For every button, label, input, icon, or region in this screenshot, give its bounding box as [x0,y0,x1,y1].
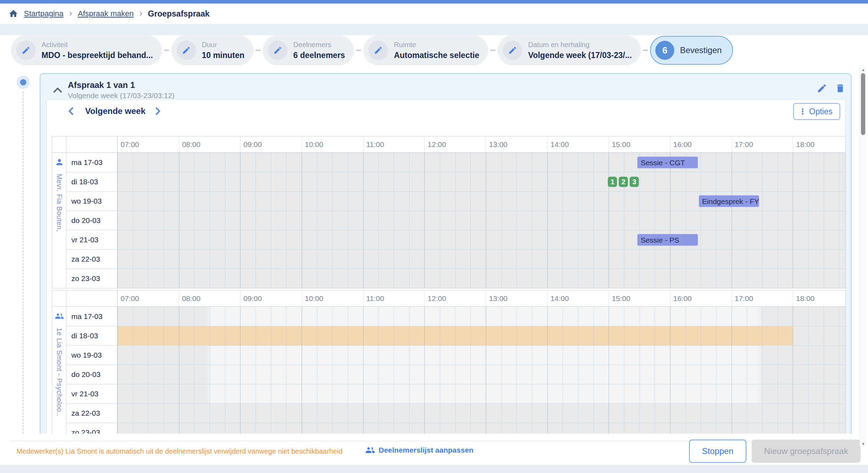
grid-day-row: za 22-03 [66,403,846,423]
stepper-step-text: Datum en herhalingVolgende week (17/03-2… [528,41,632,60]
day-time-track[interactable] [117,211,846,230]
next-week-chevron-icon[interactable] [152,106,163,116]
day-time-track[interactable] [117,307,846,326]
stop-button[interactable]: Stoppen [689,440,746,463]
day-time-track[interactable] [117,250,846,269]
stepper-step-deelnemers[interactable]: Deelnemers6 deelnemers [263,35,354,65]
day-time-track[interactable] [117,365,846,384]
hour-label: 17:00 [735,294,753,303]
grid-rows: ma 17-03di 18-03wo 19-03do 20-03vr 21-03… [66,307,846,434]
grid-day-row: zo 23-03 [66,423,846,434]
grid-body: 1e Lia Smont - Psycholoo..ma 17-03di 18-… [52,307,846,434]
grid-day-row: wo 19-03Eindgesprek - FYS [66,191,846,211]
stepper-step-text: ActiviteitMDO - bespreektijd behand... [41,41,153,60]
stepper-step-activiteit[interactable]: ActiviteitMDO - bespreektijd behand... [11,35,162,65]
calendar-event[interactable]: Sessie - PS [637,234,697,246]
collapse-chevron-icon[interactable] [52,84,64,96]
hour-label: 07:00 [121,294,139,303]
grid-day-row: do 20-03 [66,211,846,230]
day-time-track[interactable] [117,269,846,288]
appointment-panel: Afspraak 1 van 1 Volgende week (17/03-23… [40,73,851,434]
grid-header-icon-cell [52,290,66,306]
pencil-icon [268,40,288,60]
appointment-title: Afspraak 1 van 1 [68,80,135,90]
delete-appointment-icon[interactable] [835,83,846,94]
grid-header-day-cell [66,136,117,152]
stepper-step-duur[interactable]: Duur10 minuten [171,35,253,65]
day-time-track[interactable]: Sessie - PS [117,230,846,249]
appointment-scroll-viewport: Afspraak 1 van 1 Volgende week (17/03-23… [37,70,856,434]
options-button[interactable]: Opties [793,103,840,120]
home-icon[interactable] [8,9,18,19]
schedule-grid-employee: 07:0008:0009:0010:0011:0012:0013:0014:00… [52,290,846,434]
scroll-down-arrow[interactable]: ▼ [860,441,867,447]
day-label: zo 23-03 [66,269,117,288]
stepper-step-label: Deelnemers [293,41,345,49]
day-label: wo 19-03 [66,346,117,365]
scrollbar-thumb[interactable] [861,73,865,135]
pencil-icon [176,40,196,60]
grid-owner-column: 1e Lia Smont - Psycholoo.. [52,307,66,434]
hour-label: 17:00 [735,140,753,149]
hour-label: 08:00 [182,294,201,303]
proposed-slot-badge[interactable]: 1 [608,177,617,187]
breadcrumb: Startpagina›Afspraak maken›Groepsafspraa… [0,4,868,24]
day-time-track[interactable]: 123 [117,172,846,191]
grid-day-row: ma 17-03Sessie - CGT [66,153,846,172]
stepper-connector [164,50,169,51]
appointment-subtitle: Volgende week (17/03-23/03:12) [68,91,175,100]
group-icon [55,312,64,322]
edit-participants-link[interactable]: Deelnemerslijst aanpassen [365,445,474,455]
hour-label: 15:00 [612,294,630,303]
pencil-icon [16,40,36,60]
day-time-track[interactable] [117,346,846,365]
grid-owner-label: Mevr. Fia Bouten, [55,174,63,232]
vertical-scrollbar: ▲ ▼ [860,67,866,447]
breadcrumb-item[interactable]: Afspraak maken [78,9,134,18]
day-label: do 20-03 [66,211,117,230]
day-time-track[interactable] [117,423,846,434]
day-label: vr 21-03 [66,230,117,249]
previous-week-chevron-icon[interactable] [66,106,77,116]
grid-day-row: vr 21-03Sessie - PS [66,230,846,249]
grid-day-row: vr 21-03 [66,384,846,403]
stepper-step-label: Duur [202,41,244,49]
new-group-appointment-button[interactable]: Nieuw groepsafspraak [752,440,861,463]
hour-label: 18:00 [796,140,815,149]
day-label: ma 17-03 [66,153,117,172]
stepper-step-bevestigen-active[interactable]: 6Bevestigen [650,36,733,65]
grid-header-hours: 07:0008:0009:0010:0011:0012:0013:0014:00… [117,290,846,306]
stepper-step-ruimte[interactable]: RuimteAutomatische selectie [363,35,488,65]
hour-label: 09:00 [243,294,262,303]
stepper-step-datum-en-herhaling[interactable]: Datum en herhalingVolgende week (17/03-2… [497,35,641,65]
scroll-up-arrow[interactable]: ▲ [860,67,867,72]
hour-label: 10:00 [305,140,323,149]
breadcrumb-item[interactable]: Startpagina [24,9,64,18]
stepper-step-label: Activiteit [41,41,153,49]
week-label: Volgende week [79,106,152,116]
stepper-connector [643,50,648,51]
day-time-track[interactable]: Eindgesprek - FYS [117,192,846,211]
hour-label: 14:00 [551,294,569,303]
day-time-track[interactable]: Sessie - CGT [117,153,846,172]
day-label: di 18-03 [66,326,117,345]
edit-appointment-icon[interactable] [817,83,827,94]
hour-label: 13:00 [489,140,508,149]
grid-rows: ma 17-03Sessie - CGTdi 18-03123wo 19-03E… [66,153,846,288]
timeline-rail-dot [17,76,30,89]
day-time-track[interactable] [117,384,846,403]
breadcrumb-separator-icon: › [69,8,72,19]
proposed-slot-badge[interactable]: 2 [619,177,628,187]
pencil-icon [368,40,388,60]
header-divider-band [0,24,868,35]
hour-label: 12:00 [427,140,446,149]
hour-label: 07:00 [121,140,139,149]
proposed-slot-badge[interactable]: 3 [630,177,639,187]
grid-day-row: di 18-03123 [66,172,846,191]
grid-day-row: di 18-03 [66,326,846,345]
grid-day-row: do 20-03 [66,365,846,384]
calendar-event[interactable]: Eindgesprek - FYS [699,196,759,207]
calendar-event[interactable]: Sessie - CGT [637,156,697,168]
day-time-track[interactable] [117,326,846,345]
day-time-track[interactable] [117,404,846,423]
